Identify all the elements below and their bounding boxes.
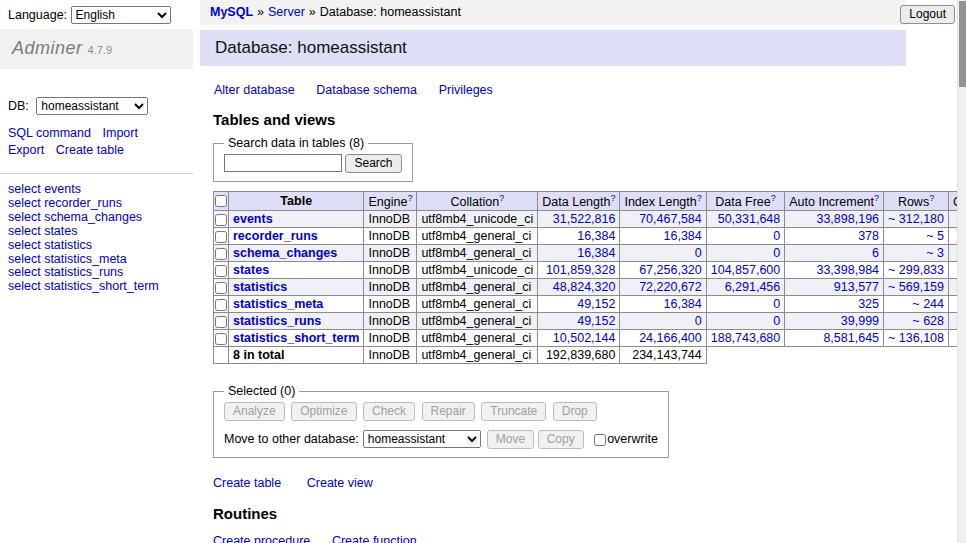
rows-link[interactable]: ~ 628 — [888, 314, 944, 328]
data-free-link[interactable]: 0 — [711, 297, 781, 311]
breadcrumb-mysql-link[interactable]: MySQL — [210, 5, 253, 19]
move-button[interactable]: Move — [487, 430, 534, 449]
sidebar-item-select-schema-changes[interactable]: select schema_changes — [8, 211, 193, 225]
auto-increment-link[interactable]: 913,577 — [789, 280, 879, 294]
auto-increment-link[interactable]: 39,999 — [789, 314, 879, 328]
help-icon[interactable]: ? — [407, 193, 412, 203]
sidebar-link-create-table[interactable]: Create table — [56, 142, 124, 159]
index-length-link[interactable]: 70,467,584 — [624, 212, 701, 226]
sidebar-link-sql-command[interactable]: SQL command — [8, 125, 91, 142]
rows-link[interactable]: ~ 244 — [888, 297, 944, 311]
data-length-link[interactable]: 10,502,144 — [542, 331, 615, 345]
data-length-link[interactable]: 48,824,320 — [542, 280, 615, 294]
table-link[interactable]: statistics — [233, 280, 287, 294]
data-length-link[interactable]: 16,384 — [542, 246, 615, 260]
data-free-link[interactable]: 0 — [711, 314, 781, 328]
rows-link[interactable]: ~ 299,833 — [888, 263, 944, 277]
table-link[interactable]: events — [233, 212, 273, 226]
table-link[interactable]: states — [233, 263, 269, 277]
logout-button[interactable]: Logout — [900, 5, 955, 24]
help-icon[interactable]: ? — [874, 193, 879, 203]
sidebar-item-select-statistics-meta[interactable]: select statistics_meta — [8, 253, 193, 267]
row-checkbox[interactable] — [215, 214, 227, 226]
copy-button[interactable]: Copy — [538, 430, 584, 449]
index-length-link[interactable]: 16,384 — [624, 229, 701, 243]
help-icon[interactable]: ? — [929, 193, 934, 203]
help-icon[interactable]: ? — [697, 193, 702, 203]
create-view-link[interactable]: Create view — [307, 476, 373, 490]
row-checkbox[interactable] — [215, 333, 227, 345]
create-function-link[interactable]: Create function — [332, 534, 417, 543]
sidebar-item-select-statistics-short-term[interactable]: select statistics_short_term — [8, 280, 193, 294]
auto-increment-link[interactable]: 378 — [789, 229, 879, 243]
data-length-link[interactable]: 49,152 — [542, 314, 615, 328]
sidebar-item-select-states[interactable]: select states — [8, 225, 193, 239]
index-length-link[interactable]: 0 — [624, 314, 701, 328]
auto-increment-link[interactable]: 8,581,645 — [789, 331, 879, 345]
data-free-link[interactable]: 6,291,456 — [711, 280, 781, 294]
create-procedure-link[interactable]: Create procedure — [213, 534, 310, 543]
help-icon[interactable]: ? — [499, 193, 504, 203]
rows-link[interactable]: ~ 3 — [888, 246, 944, 260]
auto-increment-link[interactable]: 33,898,196 — [789, 212, 879, 226]
row-checkbox[interactable] — [215, 265, 227, 277]
table-link[interactable]: schema_changes — [233, 246, 337, 260]
select-all-checkbox[interactable] — [215, 195, 227, 207]
sidebar-item-select-statistics[interactable]: select statistics — [8, 239, 193, 253]
row-checkbox[interactable] — [215, 282, 227, 294]
check-button[interactable]: Check — [363, 402, 415, 421]
db-select[interactable]: homeassistant — [36, 97, 148, 115]
overwrite-checkbox[interactable] — [594, 434, 606, 446]
language-select[interactable]: English — [71, 6, 171, 24]
row-checkbox[interactable] — [215, 299, 227, 311]
data-free-link[interactable]: 188,743,680 — [711, 331, 781, 345]
table-link[interactable]: recorder_runs — [233, 229, 318, 243]
alter-database-link[interactable]: Alter database — [214, 83, 295, 97]
rows-link[interactable]: ~ 136,108 — [888, 331, 944, 345]
privileges-link[interactable]: Privileges — [439, 83, 493, 97]
truncate-button[interactable]: Truncate — [481, 402, 546, 421]
data-length-link[interactable]: 31,522,816 — [542, 212, 615, 226]
index-length-link[interactable]: 72,220,672 — [624, 280, 701, 294]
search-button[interactable]: Search — [345, 154, 401, 173]
optimize-button[interactable]: Optimize — [291, 402, 356, 421]
row-checkbox[interactable] — [215, 248, 227, 260]
auto-increment-link[interactable]: 6 — [789, 246, 879, 260]
data-length-link[interactable]: 16,384 — [542, 229, 615, 243]
help-icon[interactable]: ? — [771, 193, 776, 203]
rows-link[interactable]: ~ 312,180 — [888, 212, 944, 226]
rows-link[interactable]: ~ 5 — [888, 229, 944, 243]
sidebar-item-select-events[interactable]: select events — [8, 183, 193, 197]
help-icon[interactable]: ? — [610, 193, 615, 203]
auto-increment-link[interactable]: 325 — [789, 297, 879, 311]
sidebar-link-import[interactable]: Import — [103, 125, 138, 142]
row-checkbox[interactable] — [215, 231, 227, 243]
auto-increment-link[interactable]: 33,398,984 — [789, 263, 879, 277]
move-database-select[interactable]: homeassistant — [363, 430, 481, 448]
table-link[interactable]: statistics_meta — [233, 297, 323, 311]
data-length-link[interactable]: 49,152 — [542, 297, 615, 311]
data-free-link[interactable]: 0 — [711, 246, 781, 260]
create-table-link[interactable]: Create table — [213, 476, 281, 490]
sidebar-link-export[interactable]: Export — [8, 142, 44, 159]
search-input[interactable] — [224, 154, 342, 172]
breadcrumb-server-link[interactable]: Server — [268, 5, 305, 19]
sidebar-item-select-statistics-runs[interactable]: select statistics_runs — [8, 266, 193, 280]
index-length-link[interactable]: 0 — [624, 246, 701, 260]
row-checkbox[interactable] — [215, 316, 227, 328]
data-free-link[interactable]: 0 — [711, 229, 781, 243]
drop-button[interactable]: Drop — [553, 402, 597, 421]
index-length-link[interactable]: 16,384 — [624, 297, 701, 311]
data-free-link[interactable]: 50,331,648 — [711, 212, 781, 226]
scrollbar[interactable] — [957, 0, 966, 543]
rows-link[interactable]: ~ 569,159 — [888, 280, 944, 294]
database-schema-link[interactable]: Database schema — [316, 83, 417, 97]
data-free-link[interactable]: 104,857,600 — [711, 263, 781, 277]
data-length-link[interactable]: 101,859,328 — [542, 263, 615, 277]
index-length-link[interactable]: 67,256,320 — [624, 263, 701, 277]
analyze-button[interactable]: Analyze — [224, 402, 285, 421]
index-length-link[interactable]: 24,166,400 — [624, 331, 701, 345]
scrollbar-thumb[interactable] — [959, 1, 966, 87]
table-link[interactable]: statistics_runs — [233, 314, 321, 328]
sidebar-item-select-recorder-runs[interactable]: select recorder_runs — [8, 197, 193, 211]
